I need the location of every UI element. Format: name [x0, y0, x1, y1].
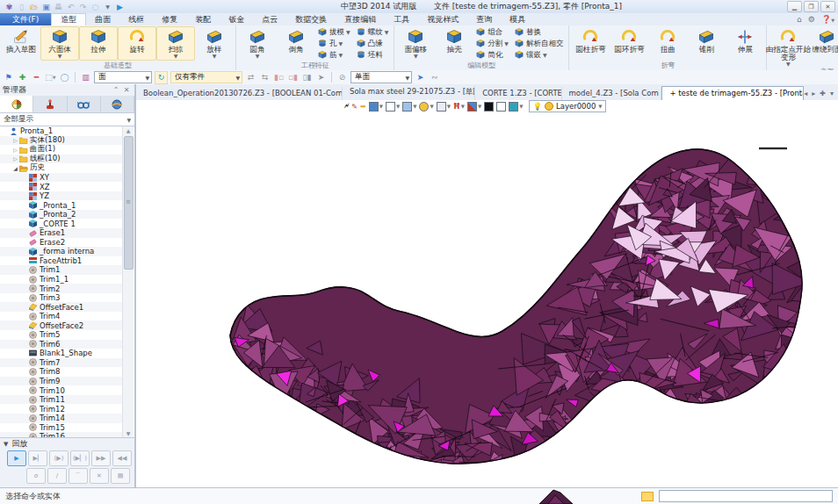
expand-icon[interactable]: ▷ — [11, 137, 19, 143]
tree-item-Trim1[interactable]: Trim1 — [0, 265, 123, 275]
playback-image-button[interactable]: ▤ — [111, 468, 130, 484]
menu-item-装配[interactable]: 装配 — [186, 13, 220, 25]
assembly-manager-tab[interactable] — [33, 96, 67, 112]
tree-item-Trim9[interactable]: Trim9 — [0, 377, 123, 386]
link-icon[interactable]: ∾ — [429, 72, 440, 83]
tree-item-XY[interactable]: XY — [0, 173, 123, 183]
notification-icon[interactable] — [641, 492, 654, 501]
document-tab-1[interactable]: Boolean_Operation20130726.Z3 - [BOOLEAN … — [136, 87, 343, 100]
tree-filter-combo[interactable]: 全部显示▼ — [0, 113, 134, 126]
ribbon-button-draft[interactable]: 拔模▼ — [315, 26, 352, 38]
export-icon[interactable]: ➥ — [360, 103, 366, 111]
menu-item-线框[interactable]: 线框 — [119, 13, 153, 25]
tree-item-Trim10[interactable]: Trim10 — [0, 385, 123, 395]
ribbon-button-stretch[interactable]: 伸展 — [726, 26, 764, 61]
section-view-icon[interactable]: Ħ▼ — [453, 103, 465, 111]
scrollbar-thumb[interactable] — [124, 136, 134, 270]
menu-item-点云[interactable]: 点云 — [253, 13, 286, 25]
regen-icon[interactable]: ◌ — [90, 1, 101, 12]
model-canvas[interactable] — [136, 112, 838, 488]
new-tab-icon[interactable]: ✚ — [820, 90, 826, 97]
tree-item-_forma interna[interactable]: _forma interna — [0, 247, 123, 256]
menu-item-视觉样式[interactable]: 视觉样式 — [418, 13, 467, 25]
document-tab-5[interactable]: + teste de trimagem-55.Z3 - [Pronta_1]✕ — [661, 86, 804, 100]
tree-item-_Pronta_2[interactable]: _Pronta_2 — [0, 210, 123, 220]
shaded-mode-icon[interactable]: ▼ — [369, 102, 383, 112]
tree-item-曲面(1)[interactable]: ▷曲面(1) — [0, 145, 123, 155]
file-menu-button[interactable]: 文件(F) — [0, 13, 51, 25]
menu-item-直接编辑[interactable]: 直接编辑 — [336, 13, 385, 25]
ribbon-button-rib[interactable]: 筋▼ — [315, 49, 352, 61]
swap-alt-icon[interactable]: ⇆ — [259, 72, 271, 83]
tree-item-Trim1_1[interactable]: Trim1_1 — [0, 275, 123, 284]
tree-item-Trim12[interactable]: Trim12 — [0, 404, 123, 414]
redo-icon[interactable]: ↷ — [77, 1, 89, 12]
visual-manager-tab[interactable] — [68, 96, 101, 112]
menu-item-模具[interactable]: 模具 — [501, 13, 534, 25]
menu-item-钣金[interactable]: 钣金 — [220, 13, 253, 25]
scroll-tabs-right-icon[interactable]: ▸ — [812, 90, 815, 97]
ribbon-button-divide[interactable]: 分割▼ — [473, 38, 510, 49]
playback-line-button[interactable]: ∕ — [47, 468, 67, 484]
menu-item-查询[interactable]: 查询 — [467, 13, 501, 25]
background-icon[interactable]: ▼ — [509, 102, 523, 112]
tree-item-Pronta_1[interactable]: Pronta_1 — [0, 126, 123, 136]
tree-item-Trim16[interactable]: Trim16 — [0, 432, 123, 437]
tree-item-OffsetFace2[interactable]: OffsetFace2 — [0, 320, 123, 330]
expand-icon[interactable]: ▷ — [11, 155, 19, 162]
collapse-icon[interactable]: ◢ — [11, 165, 19, 171]
tree-item-Trim14[interactable]: Trim14 — [0, 414, 123, 423]
menu-item-造型[interactable]: 造型 — [51, 13, 86, 25]
new-file-icon[interactable]: ▯ — [16, 1, 27, 12]
ribbon-button-thread[interactable]: 螺纹▼ — [354, 26, 391, 38]
tree-item-Trim8[interactable]: Trim8 — [0, 367, 123, 377]
minimize-button[interactable]: ▁ — [787, 1, 802, 12]
undo-icon[interactable]: ↶ — [65, 1, 76, 12]
entity-filter-combo[interactable]: 面▼ — [94, 71, 152, 83]
ribbon-button-fillet[interactable]: 圆角▼ — [238, 26, 277, 61]
pick-filter-icon[interactable]: ⚑ — [3, 72, 14, 83]
align-middle-icon[interactable]: ▫▮ — [287, 72, 299, 83]
document-tab-2[interactable]: Sola max steel 29-21075.Z3 - [草图001] — [343, 85, 475, 100]
ribbon-button-cylindrical-bend[interactable]: 圆柱折弯 — [571, 26, 610, 61]
playback-rewind-button[interactable]: ◀◀ — [112, 450, 132, 466]
scope-filter-combo[interactable]: 仅有零件▼ — [170, 71, 242, 83]
playback-arc-button[interactable]: ⌒ — [69, 468, 88, 484]
pin-panel-icon[interactable]: ⌃ — [111, 86, 121, 94]
tree-item-Erase1[interactable]: Erase1 — [0, 228, 123, 238]
ribbon-button-deform-by-point[interactable]: 由指定点开始变形▼ — [769, 26, 807, 67]
sole-lattice-model[interactable] — [136, 112, 838, 500]
align-last-icon[interactable]: ▯▮ — [301, 72, 313, 83]
tree-item-实体(180)[interactable]: ▷实体(180) — [0, 136, 123, 146]
tree-item-_Pronta_1[interactable]: _Pronta_1 — [0, 200, 123, 210]
tree-item-Trim5[interactable]: Trim5 — [0, 330, 123, 340]
document-tab-3[interactable]: CORTE 1.Z3 - [CORTE 1] — [475, 87, 561, 100]
ribbon-button-face-offset[interactable]: 面偏移▼ — [396, 26, 435, 61]
home-icon[interactable]: ⌂ — [797, 15, 802, 24]
ribbon-button-flange[interactable]: 凸缘 — [354, 38, 391, 49]
wireframe-mode-icon[interactable]: ▼ — [386, 102, 400, 112]
black-swatch-icon[interactable] — [484, 102, 494, 112]
white-swatch-icon[interactable] — [496, 102, 506, 112]
ribbon-button-combine[interactable]: 组合 — [473, 26, 510, 38]
track-icon[interactable]: 🗲 — [344, 102, 349, 111]
open-file-icon[interactable]: 🗁 — [28, 1, 40, 12]
playback-play-button[interactable]: ▶ — [7, 450, 26, 466]
playback-fast-forward-button[interactable]: ▶▶ — [91, 450, 111, 466]
ribbon-button-simplify[interactable]: 简化 — [473, 49, 510, 61]
ribbon-button-toroidal-bend[interactable]: 圆环折弯 — [610, 26, 648, 61]
ribbon-button-shell[interactable]: 抽壳 — [435, 26, 473, 61]
multi-view-icon[interactable]: ▼ — [467, 102, 481, 112]
sketch-pen-icon[interactable]: ✎ — [351, 103, 358, 111]
ribbon-button-emboss[interactable]: 镶嵌▼ — [512, 49, 566, 61]
help-icon[interactable]: ❓▼ — [821, 15, 834, 24]
playback-step-forward-button[interactable]: ▶▏ — [28, 450, 47, 466]
tree-item-Blank1_Shape[interactable]: Blank1_Shape — [0, 349, 123, 358]
ribbon-button-revolve[interactable]: 旋转 — [118, 26, 156, 61]
ribbon-button-taper[interactable]: 锥削 — [687, 26, 726, 61]
tree-item-OffsetFace1[interactable]: OffsetFace1 — [0, 302, 123, 312]
tree-item-Trim2[interactable]: Trim2 — [0, 284, 123, 293]
print-icon[interactable]: 🖶 — [53, 1, 64, 12]
tree-item-XZ[interactable]: XZ — [0, 182, 123, 191]
menu-item-修复[interactable]: 修复 — [153, 13, 186, 25]
